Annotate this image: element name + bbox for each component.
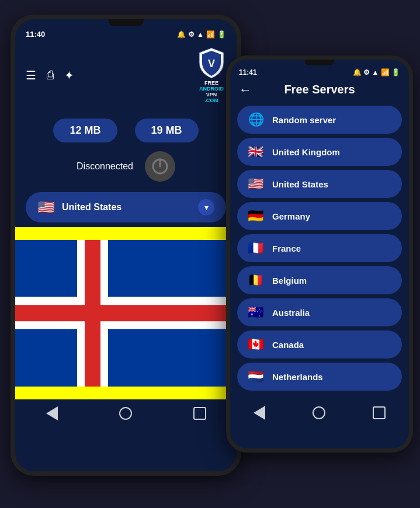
download-badge: 12 MB	[53, 119, 117, 142]
server-item-ca[interactable]: 🇨🇦Canada	[237, 330, 402, 359]
server-item-uk[interactable]: 🇬🇧United Kingdom	[237, 138, 402, 166]
yellow-bar-top	[15, 227, 237, 240]
app-header-left: ☰ ⎙ ✦ V FREE ANDROID VPN .COM	[15, 41, 237, 110]
server-label-au: Australia	[272, 308, 310, 318]
server-item-be[interactable]: 🇧🇪Belgium	[237, 266, 402, 294]
server-flag-ca: 🇨🇦	[248, 337, 264, 352]
battery-icon-right: 🔋	[391, 68, 400, 76]
server-item-fr[interactable]: 🇫🇷France	[237, 234, 402, 262]
server-label-ca: Canada	[272, 340, 304, 350]
server-flag-random: 🌐	[248, 112, 264, 127]
yellow-bar-bottom	[15, 387, 237, 399]
country-left: 🇺🇸 United States	[37, 199, 122, 215]
upload-value: 19 MB	[151, 124, 182, 136]
app-header-right: ← Free Servers	[230, 78, 409, 101]
chevron-down-icon[interactable]: ▾	[198, 199, 214, 215]
flag-star-icon[interactable]: ✦	[64, 68, 74, 82]
back-nav-right[interactable]	[254, 406, 265, 420]
notification-icon: 🔔	[177, 30, 186, 39]
status-bar-left: 11:40 🔔 ⚙ ▲ 📶 🔋	[15, 26, 237, 41]
home-nav-right[interactable]	[313, 406, 325, 419]
server-list: 🌐Random server🇬🇧United Kingdom🇺🇸United S…	[230, 101, 409, 395]
server-label-de: Germany	[272, 211, 310, 221]
notch-right	[305, 60, 334, 65]
server-label-fr: France	[272, 243, 301, 253]
server-flag-fr: 🇫🇷	[248, 241, 264, 256]
recent-nav-left[interactable]	[193, 407, 206, 420]
settings-icon: ⚙	[188, 30, 195, 39]
server-flag-be: 🇧🇪	[248, 273, 264, 288]
svg-text:V: V	[208, 58, 215, 69]
menu-icon[interactable]: ☰	[26, 68, 36, 82]
server-item-us[interactable]: 🇺🇸United States	[237, 170, 402, 198]
notification-icon-right: 🔔	[353, 68, 362, 76]
iceland-cross-red-h	[15, 305, 237, 321]
home-nav-left[interactable]	[119, 407, 132, 420]
server-flag-us: 🇺🇸	[248, 176, 264, 192]
header-icons-left: ☰ ⎙ ✦	[26, 68, 74, 82]
page-title: Free Servers	[284, 83, 355, 96]
share-icon[interactable]: ⎙	[47, 68, 54, 82]
phone-left: 11:40 🔔 ⚙ ▲ 📶 🔋 ☰ ⎙ ✦ V FREE ANDROID VP	[11, 15, 241, 476]
wifi-icon-right: ▲	[372, 68, 379, 76]
recent-nav-right[interactable]	[373, 406, 386, 419]
settings-icon-right: ⚙	[363, 68, 370, 76]
country-flag: 🇺🇸	[37, 199, 55, 215]
server-flag-de: 🇩🇪	[248, 208, 264, 224]
phone-right: 11:41 🔔 ⚙ ▲ 📶 🔋 ← Free Servers 🌐Random s…	[226, 55, 413, 453]
logo-container: V FREE ANDROID VPN .COM	[197, 47, 226, 104]
connection-status: Disconnected	[77, 161, 133, 172]
server-item-random[interactable]: 🌐Random server	[237, 106, 402, 134]
server-item-au[interactable]: 🇦🇺Australia	[237, 298, 402, 326]
disconnected-row: Disconnected	[15, 148, 237, 187]
wifi-icon: ▲	[197, 30, 204, 39]
brand-com: .COM	[204, 98, 218, 104]
time-left: 11:40	[26, 30, 45, 39]
back-nav-left[interactable]	[46, 406, 58, 420]
upload-badge: 19 MB	[135, 119, 199, 142]
server-label-random: Random server	[272, 115, 336, 125]
iceland-flag-container	[15, 227, 237, 399]
server-flag-uk: 🇬🇧	[248, 144, 264, 159]
server-label-be: Belgium	[272, 276, 307, 286]
phone-nav-left	[15, 399, 237, 425]
iceland-flag	[15, 240, 237, 387]
phone-nav-right	[230, 400, 409, 423]
server-label-uk: United Kingdom	[272, 147, 340, 157]
server-flag-au: 🇦🇺	[248, 305, 264, 320]
status-bar-right: 11:41 🔔 ⚙ ▲ 📶 🔋	[230, 65, 409, 78]
stats-row: 12 MB 19 MB	[15, 113, 237, 148]
iceland-cross-red-v	[85, 240, 100, 387]
time-right: 11:41	[239, 68, 257, 76]
brand-text: FREE ANDROID VPN .COM	[199, 81, 224, 104]
country-selector[interactable]: 🇺🇸 United States ▾	[26, 192, 226, 222]
server-flag-nl: 🇳🇱	[248, 369, 264, 384]
power-icon	[151, 157, 169, 176]
country-name: United States	[62, 202, 122, 213]
back-button[interactable]: ←	[239, 82, 252, 98]
server-label-nl: Netherlands	[272, 372, 323, 382]
server-label-us: United States	[272, 179, 328, 189]
power-button[interactable]	[145, 151, 175, 182]
status-icons-right: 🔔 ⚙ ▲ 📶 🔋	[353, 68, 400, 76]
battery-icon: 🔋	[217, 30, 226, 39]
signal-icon-right: 📶	[381, 68, 390, 76]
logo-shield: V	[197, 47, 226, 79]
status-icons-left: 🔔 ⚙ ▲ 📶 🔋	[177, 30, 226, 39]
server-item-nl[interactable]: 🇳🇱Netherlands	[237, 363, 402, 391]
server-item-de[interactable]: 🇩🇪Germany	[237, 202, 402, 230]
notch-left	[109, 19, 144, 26]
signal-icon: 📶	[206, 30, 215, 39]
download-value: 12 MB	[70, 124, 100, 136]
